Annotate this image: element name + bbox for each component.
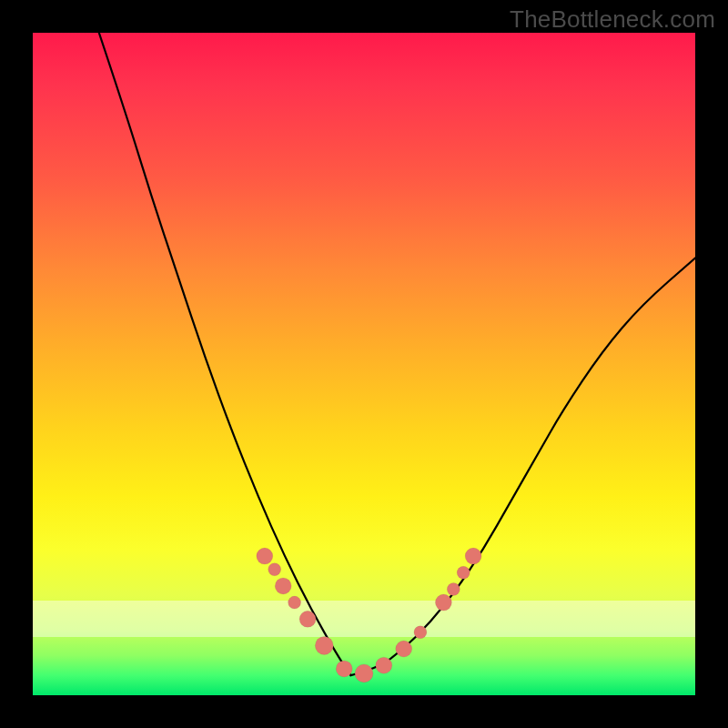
marker-dot bbox=[315, 636, 333, 654]
marker-dot bbox=[275, 578, 291, 594]
plot-area bbox=[33, 33, 695, 695]
marker-dot bbox=[288, 596, 301, 609]
marker-dot bbox=[299, 611, 316, 627]
marker-dot bbox=[355, 664, 373, 682]
marker-dot bbox=[336, 661, 352, 677]
marker-dot bbox=[376, 657, 392, 673]
marker-dot bbox=[435, 594, 451, 611]
watermark-text: TheBottleneck.com bbox=[510, 5, 715, 34]
marker-dot bbox=[257, 548, 273, 564]
marker-dot bbox=[447, 583, 460, 596]
curve-right-branch bbox=[350, 258, 695, 676]
marker-dot bbox=[457, 566, 470, 579]
marker-dot bbox=[268, 563, 281, 576]
marker-dot bbox=[465, 548, 481, 564]
curve-left-branch bbox=[99, 33, 351, 675]
plot-svg bbox=[33, 33, 695, 695]
marker-dot bbox=[414, 626, 427, 639]
marker-dot bbox=[396, 641, 412, 657]
chart-frame: TheBottleneck.com bbox=[0, 0, 728, 728]
